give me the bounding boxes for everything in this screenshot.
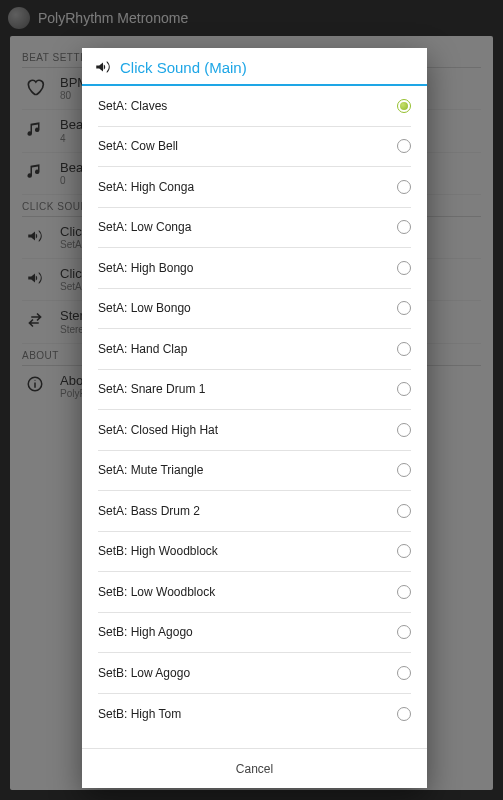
sound-option[interactable]: SetA: Bass Drum 2 xyxy=(98,491,411,532)
sound-option[interactable]: SetA: Mute Triangle xyxy=(98,451,411,492)
sound-option[interactable]: SetA: Closed High Hat xyxy=(98,410,411,451)
speaker-icon xyxy=(94,58,112,76)
sound-option-label: SetA: Snare Drum 1 xyxy=(98,382,205,396)
radio-icon[interactable] xyxy=(397,666,411,680)
sound-option[interactable]: SetB: Low Woodblock xyxy=(98,572,411,613)
dialog-option-list: SetA: ClavesSetA: Cow BellSetA: High Con… xyxy=(82,86,427,748)
click-sound-dialog: Click Sound (Main) SetA: ClavesSetA: Cow… xyxy=(82,48,427,788)
radio-icon[interactable] xyxy=(397,544,411,558)
sound-option-label: SetB: Low Agogo xyxy=(98,666,190,680)
sound-option-label: SetB: High Woodblock xyxy=(98,544,218,558)
sound-option-label: SetA: Mute Triangle xyxy=(98,463,203,477)
sound-option-label: SetA: Bass Drum 2 xyxy=(98,504,200,518)
radio-icon[interactable] xyxy=(397,423,411,437)
sound-option-label: SetB: High Tom xyxy=(98,707,181,721)
sound-option[interactable]: SetA: Cow Bell xyxy=(98,127,411,168)
sound-option-label: SetB: High Agogo xyxy=(98,625,193,639)
sound-option[interactable]: SetA: Hand Clap xyxy=(98,329,411,370)
radio-icon[interactable] xyxy=(397,625,411,639)
sound-option-label: SetA: High Bongo xyxy=(98,261,193,275)
radio-icon[interactable] xyxy=(397,504,411,518)
sound-option[interactable]: SetA: Claves xyxy=(98,86,411,127)
radio-icon[interactable] xyxy=(397,707,411,721)
sound-option[interactable]: SetB: High Tom xyxy=(98,694,411,735)
sound-option-label: SetB: Low Woodblock xyxy=(98,585,215,599)
sound-option-label: SetA: Low Conga xyxy=(98,220,191,234)
sound-option[interactable]: SetA: Low Conga xyxy=(98,208,411,249)
radio-icon[interactable] xyxy=(397,342,411,356)
sound-option[interactable]: SetA: Snare Drum 1 xyxy=(98,370,411,411)
dialog-footer: Cancel xyxy=(82,748,427,788)
radio-icon[interactable] xyxy=(397,463,411,477)
radio-icon[interactable] xyxy=(397,139,411,153)
sound-option-label: SetA: Cow Bell xyxy=(98,139,178,153)
cancel-button[interactable]: Cancel xyxy=(236,762,273,776)
radio-icon[interactable] xyxy=(397,261,411,275)
sound-option[interactable]: SetA: High Conga xyxy=(98,167,411,208)
radio-icon[interactable] xyxy=(397,301,411,315)
sound-option-label: SetA: Claves xyxy=(98,99,167,113)
sound-option-label: SetA: Hand Clap xyxy=(98,342,187,356)
radio-icon[interactable] xyxy=(397,220,411,234)
dialog-title: Click Sound (Main) xyxy=(120,59,247,76)
radio-icon[interactable] xyxy=(397,180,411,194)
sound-option-label: SetA: High Conga xyxy=(98,180,194,194)
sound-option[interactable]: SetA: Low Bongo xyxy=(98,289,411,330)
sound-option[interactable]: SetB: High Agogo xyxy=(98,613,411,654)
sound-option-label: SetA: Low Bongo xyxy=(98,301,191,315)
radio-icon[interactable] xyxy=(397,99,411,113)
radio-icon[interactable] xyxy=(397,585,411,599)
radio-icon[interactable] xyxy=(397,382,411,396)
sound-option-label: SetA: Closed High Hat xyxy=(98,423,218,437)
sound-option[interactable]: SetB: Low Agogo xyxy=(98,653,411,694)
sound-option[interactable]: SetA: High Bongo xyxy=(98,248,411,289)
dialog-header: Click Sound (Main) xyxy=(82,48,427,84)
sound-option[interactable]: SetB: High Woodblock xyxy=(98,532,411,573)
